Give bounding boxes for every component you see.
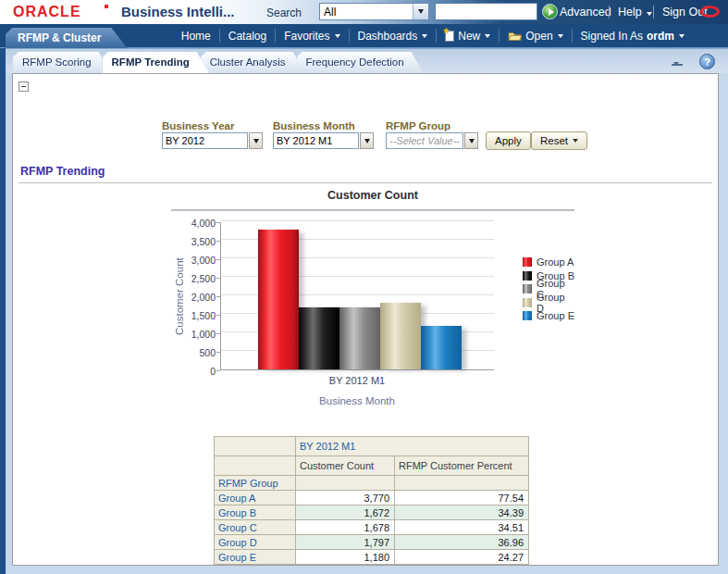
table-row: Group B1,67234.39 xyxy=(215,505,529,520)
page-left-edge xyxy=(0,48,6,574)
chevron-down-icon xyxy=(679,34,685,38)
toolbar-link-favorites[interactable]: Favorites xyxy=(276,30,348,43)
y-tick-label: 4,000 xyxy=(179,218,216,229)
row-label-group-b[interactable]: Group B xyxy=(215,505,296,520)
bar-group-b[interactable] xyxy=(299,307,339,369)
legend-swatch xyxy=(523,311,532,320)
rfmp-group-value: --Select Value-- xyxy=(386,132,463,149)
search-scope-select[interactable]: All xyxy=(319,3,429,20)
cell-customer-count: 3,770 xyxy=(296,491,395,505)
help-link[interactable]: Help xyxy=(618,6,652,19)
tab-rfmp-trending[interactable]: RFMP Trending xyxy=(103,52,209,73)
business-year-label: Business Year xyxy=(162,120,234,131)
page-tab-strip: RFMP ScoringRFMP TrendingCluster Analysi… xyxy=(6,48,728,73)
customer-count-chart: Customer Count Customer Count BY 2012 M1… xyxy=(171,187,574,432)
nav-bar: RFMP & Cluster HomeCatalogFavoritesDashb… xyxy=(0,24,728,48)
page-options-icon[interactable] xyxy=(672,56,685,68)
legend-item-group-e: Group E xyxy=(523,309,574,323)
y-tick-mark xyxy=(216,278,220,279)
toolbar-open-button[interactable]: Open xyxy=(500,30,571,43)
y-tick-mark xyxy=(216,315,220,316)
plot-area xyxy=(220,222,494,370)
bar-group-a[interactable] xyxy=(258,230,299,369)
business-year-select[interactable]: BY 2012 xyxy=(162,132,263,149)
table-empty-header xyxy=(215,456,296,476)
oracle-logo: ORACLE xyxy=(13,4,81,20)
y-tick-label: 0 xyxy=(179,366,216,377)
y-tick-label: 2,000 xyxy=(179,292,216,303)
y-tick-mark xyxy=(216,333,220,334)
cell-rfmp-percent: 77.54 xyxy=(395,491,529,505)
cell-customer-count: 1,672 xyxy=(296,505,395,520)
chart-title: Customer Count xyxy=(171,189,574,202)
row-label-group-e[interactable]: Group E xyxy=(215,550,296,565)
reset-button[interactable]: Reset xyxy=(531,131,587,150)
search-scope-value: All xyxy=(320,6,413,19)
table-col-customer-count: Customer Count xyxy=(296,456,395,476)
y-tick-label: 1,000 xyxy=(179,329,216,340)
dashboard-content: Business Year Business Month RFMP Group … xyxy=(12,73,719,566)
toolbar-link-dashboards[interactable]: Dashboards xyxy=(350,30,437,43)
y-tick-label: 500 xyxy=(179,347,216,358)
legend-swatch xyxy=(523,284,532,293)
tab-rfmp-scoring[interactable]: RFMP Scoring xyxy=(13,52,111,73)
dropdown-arrow-icon[interactable] xyxy=(360,132,374,149)
dropdown-arrow-icon[interactable] xyxy=(249,132,263,149)
table-row: Group E1,18024.27 xyxy=(215,550,529,565)
legend-swatch xyxy=(523,298,532,307)
cell-rfmp-percent: 34.39 xyxy=(395,505,529,520)
bar-group-e[interactable] xyxy=(421,326,462,369)
row-label-group-c[interactable]: Group C xyxy=(215,520,296,535)
header-divider xyxy=(609,6,610,19)
tab-cluster-analysis[interactable]: Cluster Analysis xyxy=(201,52,305,73)
toolbar-new-button[interactable]: ★ New xyxy=(437,30,499,43)
cell-rfmp-percent: 36.96 xyxy=(395,535,529,550)
y-tick-mark xyxy=(216,370,220,371)
table-column-group-header[interactable]: BY 2012 M1 xyxy=(296,437,529,456)
page-tabs: RFMP ScoringRFMP TrendingCluster Analysi… xyxy=(13,52,415,73)
search-input[interactable] xyxy=(435,3,537,20)
y-tick-mark xyxy=(216,259,220,260)
table-row-header-label[interactable]: RFMP Group xyxy=(215,476,296,491)
legend-swatch xyxy=(523,257,532,267)
rfmp-group-label: RFMP Group xyxy=(386,120,450,131)
search-scope-dropdown-icon[interactable] xyxy=(413,4,428,19)
product-title: Business Intelli... xyxy=(121,4,235,19)
chart-title-rule xyxy=(171,209,574,211)
rfmp-group-select[interactable]: --Select Value-- xyxy=(386,132,478,149)
table-corner-cell xyxy=(215,437,296,456)
bar-group-c[interactable] xyxy=(339,307,380,369)
apply-button[interactable]: Apply xyxy=(486,131,531,150)
collapse-section-icon[interactable] xyxy=(19,81,29,92)
table-empty-cell xyxy=(296,476,395,491)
search-go-button[interactable] xyxy=(542,4,558,19)
y-tick-label: 3,500 xyxy=(179,236,216,247)
advanced-link[interactable]: Advanced xyxy=(560,6,611,19)
row-label-group-a[interactable]: Group A xyxy=(215,491,296,505)
chevron-down-icon xyxy=(573,139,578,143)
business-month-label: Business Month xyxy=(273,120,355,131)
dashboard-tab-rfmp-cluster[interactable]: RFMP & Cluster xyxy=(6,28,127,48)
help-icon[interactable]: ? xyxy=(699,54,715,69)
cell-customer-count: 1,797 xyxy=(296,535,395,550)
table-row: Group A3,77077.54 xyxy=(215,491,529,505)
y-tick-label: 3,000 xyxy=(179,255,216,266)
toolbar-link-home[interactable]: Home xyxy=(173,30,219,43)
bar-group-d[interactable] xyxy=(380,303,421,369)
table-row: Group C1,67834.51 xyxy=(215,520,529,535)
y-tick-label: 1,500 xyxy=(179,310,216,321)
table-empty-cell xyxy=(395,476,529,491)
legend-label: Group E xyxy=(537,310,574,321)
business-month-select[interactable]: BY 2012 M1 xyxy=(273,132,374,149)
username-menu[interactable]: ordm xyxy=(647,30,685,43)
cell-customer-count: 1,678 xyxy=(296,520,395,535)
header-divider xyxy=(653,6,654,19)
toolbar-link-catalog[interactable]: Catalog xyxy=(220,30,275,43)
legend-swatch xyxy=(523,271,532,281)
row-label-group-d[interactable]: Group D xyxy=(215,535,296,550)
dropdown-arrow-icon[interactable] xyxy=(464,132,478,149)
y-tick-label: 2,500 xyxy=(179,273,216,284)
table-col-rfmp-percent: RFMP Customer Percent xyxy=(395,456,529,476)
tab-frequency-defection[interactable]: Frequency Defection xyxy=(297,52,424,73)
business-year-value: BY 2012 xyxy=(162,132,248,149)
